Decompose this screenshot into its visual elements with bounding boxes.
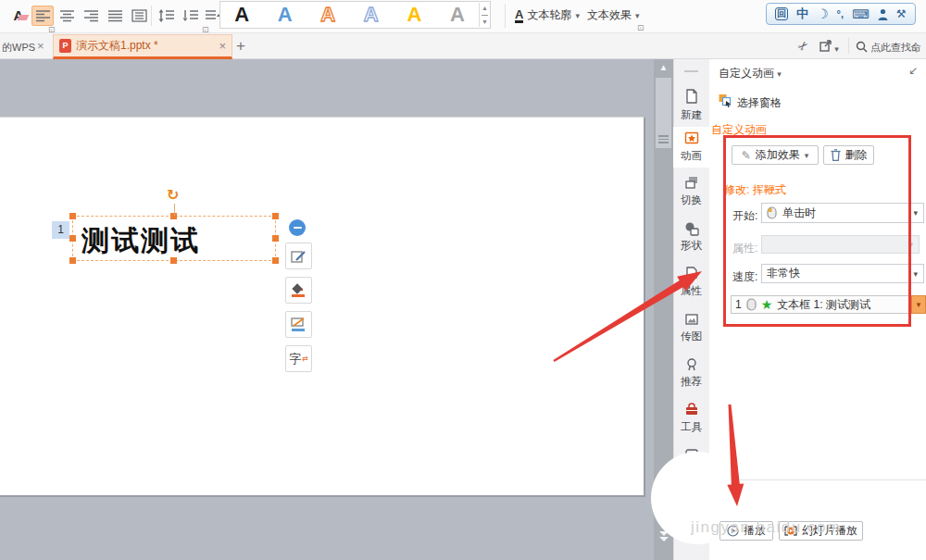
- collapse-quick-toolbar-button[interactable]: [289, 219, 306, 236]
- speed-select[interactable]: 非常快 ▾: [761, 264, 924, 283]
- wordart-style-6[interactable]: A: [436, 3, 480, 27]
- resize-handle-w[interactable]: [69, 235, 76, 242]
- gallery-scroll-control[interactable]: ▲ ▼: [479, 3, 490, 27]
- scroll-up-icon[interactable]: ▲: [654, 63, 673, 72]
- resize-handle-ne[interactable]: [272, 213, 279, 219]
- slide-canvas[interactable]: [0, 117, 645, 497]
- outline-color-button[interactable]: [285, 311, 312, 338]
- shapes-icon: [684, 221, 699, 236]
- watermark-text: jingyan.baidu.com: [691, 518, 842, 537]
- ime-mode-toggle[interactable]: 中: [796, 6, 808, 22]
- dropdown-icon: ▾: [913, 208, 918, 218]
- close-icon[interactable]: ×: [37, 40, 44, 52]
- text-settings-button[interactable]: 字 ⇄: [285, 345, 312, 372]
- text-effects-button[interactable]: 文本效果 ▾: [587, 7, 640, 23]
- dialog-launcher-icon[interactable]: ⊡: [637, 24, 644, 31]
- wordart-style-3[interactable]: A: [307, 3, 350, 27]
- resize-handle-e[interactable]: [272, 235, 279, 242]
- property-label: 属性:: [732, 241, 757, 256]
- ime-user-icon[interactable]: [878, 8, 888, 20]
- align-left-icon: [35, 9, 51, 22]
- search-icon[interactable]: [856, 41, 868, 56]
- delete-button[interactable]: 删除: [823, 145, 874, 165]
- ime-fullhalf-moon-icon[interactable]: ☽: [817, 6, 829, 21]
- ime-keyboard-icon[interactable]: ⌨: [852, 7, 870, 21]
- wordart-style-2[interactable]: A: [264, 3, 307, 27]
- toolbar-separator: [848, 38, 849, 54]
- align-right-icon: [83, 9, 99, 22]
- shape-style-icon: [291, 248, 307, 264]
- custom-animation-section-title: 自定义动画: [711, 122, 767, 138]
- ime-wrench-icon[interactable]: ⚒: [896, 7, 907, 20]
- fill-color-button[interactable]: [285, 277, 312, 304]
- align-center-button[interactable]: [56, 6, 78, 26]
- distribute-button[interactable]: [128, 6, 150, 26]
- dropdown-icon: ▾: [635, 11, 640, 20]
- sidebar-item-animation[interactable]: 动画: [673, 149, 709, 163]
- sidebar-item-properties[interactable]: 属性: [673, 284, 709, 298]
- export-icon: [820, 40, 832, 52]
- sidebar-item-new[interactable]: 新建: [673, 108, 709, 122]
- scrollbar-thumb[interactable]: [656, 78, 671, 148]
- selection-pane-button[interactable]: 选择窗格: [737, 95, 782, 111]
- export-button[interactable]: ▾: [820, 40, 839, 55]
- pane-handle[interactable]: [684, 70, 698, 72]
- active-document-tab[interactable]: P 演示文稿1.pptx * ×: [53, 34, 232, 59]
- outline-color-icon: [291, 317, 307, 332]
- wordart-style-5[interactable]: A: [393, 3, 436, 27]
- panel-separator: [709, 479, 926, 480]
- sidebar-item-shapes[interactable]: 形状: [673, 239, 709, 253]
- start-select[interactable]: 单击时 ▾: [761, 203, 924, 223]
- trash-icon: [831, 149, 841, 161]
- wordart-style-1[interactable]: A: [220, 3, 264, 27]
- animation-list-item[interactable]: 1 ★ 文本框 1: 测试测试: [731, 295, 911, 314]
- entrance-effect-star-icon: ★: [761, 298, 773, 311]
- ime-punctuation-icon[interactable]: °,: [837, 8, 844, 19]
- dialog-launcher-icon[interactable]: ⊡: [202, 26, 209, 33]
- home-tab[interactable]: 的WPS: [2, 41, 35, 55]
- distribute-icon: [131, 9, 147, 22]
- rotate-handle-icon[interactable]: ↻: [167, 186, 179, 204]
- resize-handle-nw[interactable]: [69, 213, 76, 219]
- mouse-icon: [746, 298, 757, 311]
- text-outline-button[interactable]: A 文本轮廓 ▾: [515, 7, 580, 23]
- search-command-input[interactable]: 点此查找命: [870, 41, 921, 55]
- panel-title[interactable]: 自定义动画 ▾: [719, 66, 782, 81]
- shape-style-button[interactable]: [285, 243, 312, 269]
- animation-icon: [684, 131, 699, 145]
- close-icon[interactable]: ×: [219, 40, 226, 52]
- line-spacing-icon: [158, 9, 175, 22]
- ppt-file-icon: P: [59, 39, 71, 53]
- mouse-icon: [767, 206, 777, 219]
- dialog-launcher-icon[interactable]: ⊡: [48, 26, 56, 33]
- font-char-icon: 字: [289, 351, 301, 367]
- minus-icon: [294, 227, 302, 230]
- align-left-button[interactable]: [31, 6, 54, 26]
- swap-arrows-icon: ⇄: [302, 355, 308, 363]
- wordart-style-4[interactable]: A: [350, 3, 394, 27]
- increase-indent-button[interactable]: [180, 6, 202, 26]
- line-spacing-button[interactable]: [156, 6, 178, 26]
- new-tab-button[interactable]: +: [236, 37, 245, 56]
- recommend-icon: [684, 357, 699, 372]
- sidebar-item-tools[interactable]: 工具: [673, 420, 709, 434]
- item-options-dropdown[interactable]: ▾: [911, 295, 926, 314]
- document-tab-title: 演示文稿1.pptx *: [76, 38, 214, 54]
- sidebar-item-recommend[interactable]: 推荐: [673, 375, 709, 389]
- sidebar-item-transition[interactable]: 切换: [673, 193, 709, 207]
- dropdown-icon: ▾: [908, 240, 913, 249]
- clear-format-button[interactable]: A: [7, 5, 30, 25]
- ime-logo-icon[interactable]: 回: [775, 7, 788, 20]
- resize-handle-sw[interactable]: [69, 257, 76, 264]
- selection-pane-icon: [719, 93, 732, 110]
- align-right-button[interactable]: [80, 6, 102, 26]
- transition-icon: [684, 175, 699, 190]
- add-effect-button[interactable]: ✎ 添加效果 ▾: [732, 145, 819, 165]
- sidebar-item-upload[interactable]: 传图: [673, 330, 709, 343]
- wps-presentation-window: A ⊡ ▾ ⊡: [0, 0, 926, 560]
- resize-handle-se[interactable]: [272, 257, 279, 264]
- collapse-panel-icon[interactable]: ↙: [908, 64, 918, 77]
- textbox-text[interactable]: 测试测试: [81, 222, 200, 260]
- justify-button[interactable]: [104, 6, 126, 26]
- new-page-icon: [684, 89, 699, 104]
